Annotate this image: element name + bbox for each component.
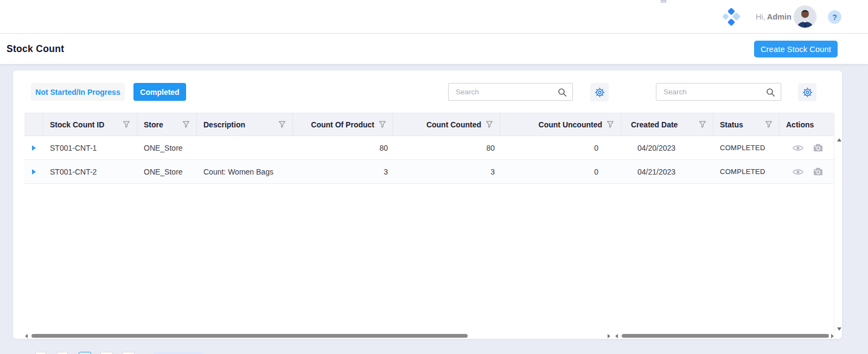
search-box-left <box>448 83 573 101</box>
cell-count-counted: 80 <box>393 144 500 152</box>
view-eye-icon[interactable] <box>793 144 803 152</box>
column-header-count-counted[interactable]: Count Counted <box>393 113 500 136</box>
pagination-page-size-selector[interactable] <box>154 352 203 354</box>
column-label: Store <box>144 120 163 129</box>
search-box-right <box>656 83 781 101</box>
column-header-created-date[interactable]: Created Date <box>621 113 713 136</box>
filter-icon[interactable] <box>278 121 286 128</box>
column-header-status[interactable]: Status <box>713 113 780 136</box>
scroll-up-arrow[interactable] <box>837 138 841 141</box>
column-header-expander <box>24 113 43 136</box>
cell-actions <box>780 168 834 176</box>
row-expand-button[interactable] <box>24 145 43 151</box>
tab-not-started-in-progress[interactable]: Not Started/In Progress <box>31 83 125 101</box>
cell-count-uncounted: 0 <box>500 144 621 152</box>
camera-icon[interactable] <box>813 144 823 152</box>
pagination-page-button[interactable] <box>122 352 135 354</box>
greeting-text: Hi,Admin <box>756 12 792 21</box>
cell-status: COMPLETED <box>713 144 780 152</box>
diamond-shape <box>729 20 734 25</box>
cell-store: ONE_Store <box>137 144 197 152</box>
column-label: Actions <box>786 120 814 129</box>
cell-stock-count-id: ST001-CNT-2 <box>43 168 137 176</box>
column-header-stock-count-id[interactable]: Stock Count ID <box>43 113 137 136</box>
column-label: Stock Count ID <box>50 120 104 129</box>
table-header-row: Stock Count ID Store Description Count O… <box>24 113 834 136</box>
row-expand-button[interactable] <box>24 169 43 175</box>
table-row: ST001-CNT-1 ONE_Store 80 80 0 04/20/2023… <box>24 136 834 160</box>
column-label: Count Of Product <box>311 120 374 129</box>
chevron-right-icon <box>32 169 36 175</box>
settings-button-left[interactable] <box>590 83 609 101</box>
pagination-page-button[interactable] <box>100 352 113 354</box>
cell-description: Count: Women Bags <box>197 168 293 176</box>
filter-icon[interactable] <box>123 121 130 128</box>
filter-icon[interactable] <box>765 121 773 128</box>
view-eye-icon[interactable] <box>793 168 803 176</box>
column-label: Count Counted <box>426 120 481 129</box>
cell-status: COMPLETED <box>713 168 780 176</box>
create-stock-count-button[interactable]: Create Stock Count <box>754 41 838 57</box>
gear-icon <box>595 87 605 98</box>
horizontal-scrollbar-thumb[interactable] <box>31 334 468 338</box>
camera-icon[interactable] <box>813 168 823 176</box>
cell-count-of-product: 3 <box>293 168 393 176</box>
search-icon <box>558 88 567 97</box>
cell-store: ONE_Store <box>137 168 197 176</box>
cell-count-uncounted: 0 <box>500 168 621 176</box>
search-input-right[interactable] <box>656 83 781 100</box>
help-icon[interactable]: ? <box>828 10 841 24</box>
column-label: Created Date <box>628 120 678 129</box>
tab-completed[interactable]: Completed <box>133 83 186 101</box>
pagination-page-button[interactable] <box>35 352 46 354</box>
greeting-username: Admin <box>767 12 792 21</box>
column-label: Count Uncounted <box>539 120 602 129</box>
page-header: Stock Count Create Stock Count <box>0 34 868 64</box>
pagination-page-button[interactable] <box>57 352 68 354</box>
cell-stock-count-id: ST001-CNT-1 <box>43 144 137 152</box>
stock-count-card: Not Started/In Progress Completed <box>13 70 842 339</box>
horizontal-scrollbar-thumb[interactable] <box>622 334 829 338</box>
cell-count-counted: 3 <box>393 168 500 176</box>
scroll-right-arrow[interactable] <box>608 334 610 338</box>
scroll-left-arrow[interactable] <box>25 334 28 338</box>
cell-created-date: 04/21/2023 <box>621 168 713 176</box>
column-header-description[interactable]: Description <box>197 113 293 136</box>
greeting-prefix: Hi, <box>756 12 765 21</box>
chevron-right-icon <box>32 145 36 151</box>
top-bar: Hi,Admin ? <box>0 0 868 34</box>
filter-icon[interactable] <box>607 121 614 128</box>
scroll-down-arrow[interactable] <box>837 327 841 331</box>
pagination-page-button-selected[interactable] <box>79 352 91 354</box>
cell-actions <box>780 144 834 152</box>
settings-button-right[interactable] <box>798 83 816 101</box>
search-icon <box>766 88 775 97</box>
avatar-image <box>794 6 816 28</box>
column-header-store[interactable]: Store <box>137 113 197 136</box>
column-label: Status <box>720 120 743 129</box>
avatar[interactable] <box>794 6 816 28</box>
stock-count-table: Stock Count ID Store Description Count O… <box>24 113 834 184</box>
column-header-count-uncounted[interactable]: Count Uncounted <box>500 113 621 136</box>
cell-count-of-product: 80 <box>293 144 393 152</box>
table-row: ST001-CNT-2 ONE_Store Count: Women Bags … <box>24 160 834 184</box>
cell-created-date: 04/20/2023 <box>621 144 713 152</box>
filter-icon[interactable] <box>699 121 706 128</box>
gear-icon <box>802 87 813 98</box>
filter-icon[interactable] <box>182 121 190 128</box>
vertical-scrollbar-track <box>834 113 834 333</box>
scroll-left-arrow[interactable] <box>615 334 618 338</box>
diamond-shape <box>733 14 739 20</box>
top-edge-artifact <box>661 0 666 3</box>
apps-grid-icon[interactable] <box>723 9 739 25</box>
column-header-count-of-product[interactable]: Count Of Product <box>293 113 393 136</box>
page-title: Stock Count <box>7 43 64 55</box>
filter-icon[interactable] <box>486 121 493 128</box>
column-header-actions: Actions <box>780 113 834 136</box>
filter-icon[interactable] <box>379 121 386 128</box>
column-label: Description <box>203 120 245 129</box>
search-input-left[interactable] <box>449 83 572 100</box>
scroll-right-arrow[interactable] <box>831 334 834 338</box>
diamond-shape <box>723 14 728 19</box>
